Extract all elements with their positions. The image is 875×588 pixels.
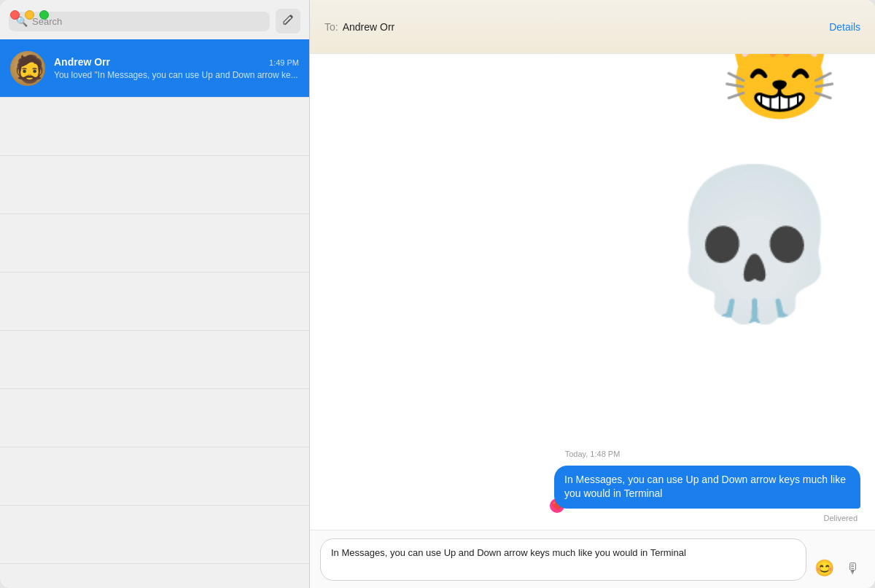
mic-icon: 🎙 bbox=[846, 560, 860, 577]
conv-top: Andrew Orr 1:49 PM bbox=[54, 56, 299, 68]
divider-1 bbox=[0, 98, 309, 156]
cat-memoji: 😸 bbox=[720, 54, 839, 119]
sidebar: 🔍 Search Andrew Orr bbox=[0, 0, 310, 588]
conv-name: Andrew Orr bbox=[54, 56, 110, 68]
cat-emoji-container: 😸 bbox=[324, 54, 860, 119]
divider-3 bbox=[0, 214, 309, 273]
emoji-picker-button[interactable]: 😊 bbox=[812, 557, 836, 581]
bubble-wrapper: ❤️ In Messages, you can use Up and Down … bbox=[554, 466, 860, 509]
conversation-list: Andrew Orr 1:49 PM You loved "In Message… bbox=[0, 39, 309, 588]
compose-button[interactable] bbox=[276, 9, 300, 34]
chat-area: To: Andrew Orr Details 😸 💀 Today, 1:48 P… bbox=[310, 0, 875, 588]
recipient-name: Andrew Orr bbox=[343, 21, 395, 33]
to-line: To: Andrew Orr bbox=[324, 21, 394, 33]
compose-icon bbox=[282, 14, 294, 28]
divider-6 bbox=[0, 389, 309, 447]
conv-time: 1:49 PM bbox=[269, 58, 299, 67]
mic-button[interactable]: 🎙 bbox=[841, 557, 865, 581]
details-button[interactable]: Details bbox=[829, 21, 860, 33]
chat-messages[interactable]: 😸 💀 Today, 1:48 PM ❤️ In Messages, you c… bbox=[310, 54, 875, 530]
bubble-text: In Messages, you can use Up and Down arr… bbox=[564, 474, 846, 500]
emoji-picker-icon: 😊 bbox=[814, 559, 834, 578]
sidebar-header: 🔍 Search bbox=[0, 0, 309, 39]
divider-2 bbox=[0, 156, 309, 214]
minimize-button[interactable] bbox=[25, 10, 34, 20]
maximize-button[interactable] bbox=[39, 10, 49, 20]
conversation-item[interactable]: Andrew Orr 1:49 PM You loved "In Message… bbox=[0, 39, 309, 98]
delivered-status: Delivered bbox=[324, 514, 858, 522]
chat-header: To: Andrew Orr Details bbox=[310, 0, 875, 54]
conv-preview: You loved "In Messages, you can use Up a… bbox=[54, 70, 299, 80]
avatar bbox=[10, 51, 45, 86]
conversation-content: Andrew Orr 1:49 PM You loved "In Message… bbox=[54, 56, 299, 80]
divider-4 bbox=[0, 273, 309, 331]
divider-8 bbox=[0, 506, 309, 564]
to-label: To: bbox=[324, 21, 338, 33]
message-bubble-row: ❤️ In Messages, you can use Up and Down … bbox=[324, 466, 860, 509]
chat-input-area: 😊 🎙 bbox=[310, 530, 875, 588]
search-input[interactable]: Search bbox=[32, 16, 262, 27]
skull-memoji: 💀 bbox=[664, 170, 846, 316]
divider-7 bbox=[0, 447, 309, 506]
divider-5 bbox=[0, 331, 309, 389]
outgoing-bubble: In Messages, you can use Up and Down arr… bbox=[554, 466, 860, 509]
empty-dividers bbox=[0, 98, 309, 564]
close-button[interactable] bbox=[10, 10, 20, 20]
traffic-lights bbox=[10, 10, 49, 20]
message-input[interactable] bbox=[320, 538, 806, 581]
message-timestamp: Today, 1:48 PM bbox=[324, 450, 860, 458]
app-window: 🔍 Search Andrew Orr bbox=[0, 0, 875, 588]
skull-emoji-container: 💀 bbox=[324, 170, 860, 316]
